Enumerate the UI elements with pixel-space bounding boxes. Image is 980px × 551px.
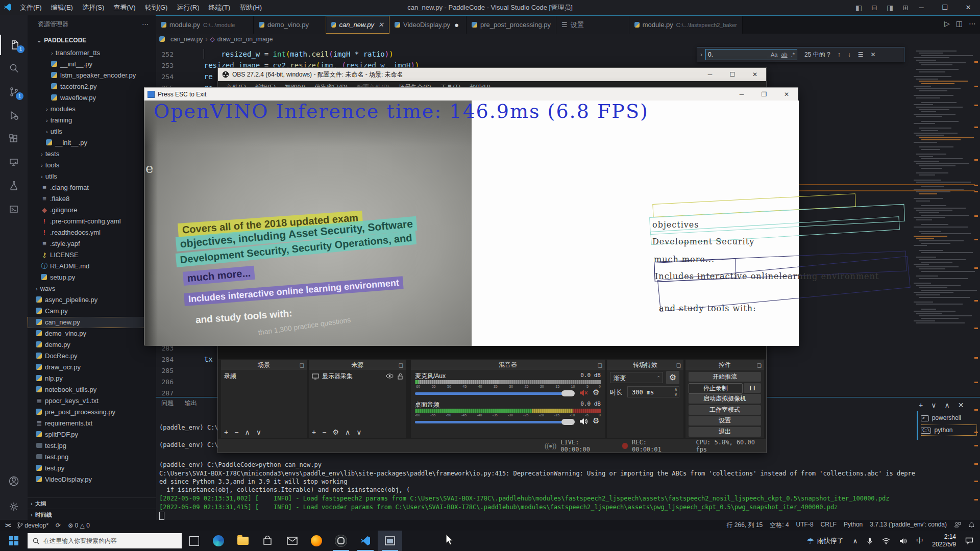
weather-widget[interactable]: ☂雨快停了	[802, 536, 848, 546]
language-mode[interactable]: Python	[844, 521, 863, 530]
layout-icon-2[interactable]: ◨	[887, 4, 893, 12]
tree-item-async_pipeline.py[interactable]: async_pipeline.py	[28, 294, 156, 306]
notifications-bell-icon[interactable]	[968, 521, 975, 530]
run-debug-icon[interactable]	[0, 105, 28, 126]
more-actions-icon[interactable]: ⋯	[969, 19, 976, 28]
git-branch[interactable]: develop*	[17, 522, 48, 529]
tree-item-modules[interactable]: ›modules	[28, 104, 156, 115]
dock-header[interactable]: 场景❏	[221, 360, 307, 370]
sync-icon[interactable]: ⟳	[56, 522, 61, 529]
terminal-panel-icon[interactable]	[0, 199, 28, 219]
problems-summary[interactable]: ⊗ 0 △ 0	[68, 522, 90, 529]
tree-item-LICENSE[interactable]: ⚷LICENSE	[28, 249, 156, 261]
test-beaker-icon[interactable]	[0, 176, 28, 196]
hidden-icons-chevron[interactable]: ∧	[848, 537, 863, 545]
obs-close-button[interactable]: ✕	[744, 71, 766, 78]
pause-recording-button[interactable]: ❙❙	[744, 383, 761, 393]
split-editor-icon[interactable]: ◫	[956, 19, 963, 28]
account-icon[interactable]	[0, 471, 28, 491]
settings-gear-icon[interactable]	[0, 496, 28, 517]
menu-转到(G)[interactable]: 转到(G)	[140, 0, 173, 15]
clock[interactable]: 2:142022/5/9	[927, 533, 961, 548]
obs-icon[interactable]	[329, 531, 353, 551]
duration-input[interactable]: 300 ms∧∨	[627, 386, 679, 397]
tree-item-test.jpg[interactable]: test.jpg	[28, 440, 156, 452]
tab-设置[interactable]: ☰设置	[556, 16, 629, 34]
obs-minimize-button[interactable]: ─	[699, 71, 721, 78]
breadcrumb[interactable]: can_new.py › ◇ draw_ocr_on_image	[159, 33, 273, 45]
python-interpreter[interactable]: 3.7.13 ('paddle_env': conda)	[870, 521, 947, 530]
tree-item-utils[interactable]: ›utils	[28, 126, 156, 137]
section-大纲[interactable]: ›大纲	[28, 497, 156, 509]
find-in-selection-icon[interactable]: ☰	[858, 51, 864, 58]
menu-运行(R)[interactable]: 运行(R)	[172, 0, 204, 15]
tree-item-demo.py[interactable]: demo.py	[28, 339, 156, 350]
obs-button-开始推流[interactable]: 开始推流	[689, 372, 761, 382]
volume-slider[interactable]	[415, 421, 568, 423]
wifi-icon[interactable]	[877, 538, 895, 544]
match-case-icon[interactable]: Aa	[771, 52, 777, 58]
tree-item-waveflow.py[interactable]: waveflow.py	[28, 92, 156, 104]
tab-pre_post_processing.py[interactable]: pre_post_processing.py	[467, 16, 556, 34]
speaker-on-icon[interactable]	[579, 417, 589, 428]
dock-header[interactable]: 来源❏	[309, 360, 406, 370]
minimize-button[interactable]: ─	[910, 0, 933, 15]
volume-handle[interactable]	[561, 390, 575, 396]
find-previous-icon[interactable]: ↑	[838, 51, 841, 58]
tree-item-.gitignore[interactable]: ◆.gitignore	[28, 205, 156, 216]
tree-item-.pre-commit-config.yaml[interactable]: !.pre-commit-config.yaml	[28, 216, 156, 227]
breadcrumb-file[interactable]: can_new.py	[170, 36, 203, 43]
obs-button-设置[interactable]: 设置	[689, 416, 761, 425]
firefox-icon[interactable]	[304, 531, 329, 551]
run-python-file-icon[interactable]: ▷	[944, 19, 950, 28]
tree-item-ppocr_keys_v1.txt[interactable]: ≣ppocr_keys_v1.txt	[28, 395, 156, 407]
maximize-button[interactable]: ☐	[933, 0, 957, 15]
tree-item-.flake8[interactable]: ≡.flake8	[28, 193, 156, 205]
close-panel-icon[interactable]: ✕	[958, 401, 964, 409]
whole-word-icon[interactable]: ab	[781, 52, 787, 58]
start-button[interactable]	[0, 531, 28, 551]
dock-header[interactable]: 混音器❏	[411, 360, 605, 370]
tree-item-tests[interactable]: ›tests	[28, 148, 156, 160]
tree-item-draw_ocr.py[interactable]: draw_ocr.py	[28, 362, 156, 373]
cursor-position[interactable]: 行 266, 列 15	[727, 521, 763, 530]
tree-item-tools[interactable]: ›tools	[28, 160, 156, 171]
transition-select[interactable]: 渐变⌃⌄	[610, 372, 663, 383]
obs-titlebar[interactable]: OBS 27.2.4 (64-bit, windows) - 配置文件: 未命名…	[218, 68, 766, 81]
obs-button-退出[interactable]: 退出	[689, 427, 761, 437]
more-actions-icon[interactable]: ⋯	[142, 15, 149, 33]
remote-explorer-icon[interactable]	[0, 152, 28, 172]
terminal-dropdown-icon[interactable]: ∨	[931, 401, 936, 409]
obs-button-停止录制[interactable]: 停止录制	[689, 383, 743, 394]
terminal-powershell[interactable]: >_powershell	[921, 412, 977, 423]
obs-button-启动虚拟摄像机[interactable]: 启动虚拟摄像机	[689, 394, 761, 404]
tree-item-utils[interactable]: ›utils	[28, 171, 156, 182]
mixer-gear-icon[interactable]: ⚙	[593, 416, 599, 425]
scenes-toolbar[interactable]: +−∧∨	[224, 428, 261, 436]
vino-maximize-button[interactable]: ❐	[753, 91, 775, 98]
edge-icon[interactable]	[206, 531, 231, 551]
indentation[interactable]: 空格: 4	[770, 521, 789, 530]
tree-item-DocRec.py[interactable]: DocRec.py	[28, 350, 156, 362]
tree-item-can_new.py[interactable]: can_new.py	[28, 317, 156, 328]
find-close-icon[interactable]: ✕	[870, 51, 875, 58]
transition-gear-button[interactable]: ⚙	[666, 371, 679, 384]
project-root-folder[interactable]: ⌄PADDLECODE	[28, 35, 156, 46]
tree-item-.clang-format[interactable]: ≡.clang-format	[28, 182, 156, 193]
mail-icon[interactable]	[280, 531, 304, 551]
tree-item-training[interactable]: ›training	[28, 115, 156, 126]
vscode-icon[interactable]	[353, 531, 378, 551]
find-input[interactable]: 0. Aa ab .*	[705, 49, 797, 60]
maximize-panel-icon[interactable]: ∧	[944, 401, 949, 409]
tree-item-Cam.py[interactable]: Cam.py	[28, 306, 156, 317]
tree-item-transformer_tts[interactable]: ›transformer_tts	[28, 47, 156, 59]
tree-item-.readthedocs.yml[interactable]: !.readthedocs.yml	[28, 227, 156, 238]
action-center-icon[interactable]	[961, 537, 978, 544]
vino-titlebar[interactable]: Press ESC to Exit ─ ❐ ✕	[144, 88, 798, 101]
tree-item-__init__.py[interactable]: __init__.py	[28, 137, 156, 148]
tab-output[interactable]: 输出	[185, 399, 197, 408]
microphone-icon[interactable]	[862, 537, 877, 545]
volume-handle[interactable]	[561, 419, 575, 425]
menu-选择(S)[interactable]: 选择(S)	[78, 0, 109, 15]
speaker-muted-icon[interactable]	[579, 389, 589, 399]
